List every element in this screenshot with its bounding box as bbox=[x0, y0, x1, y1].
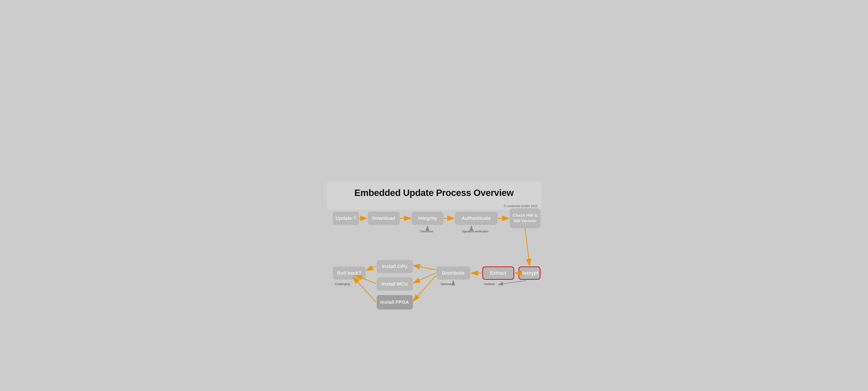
node-authenticate: Authenticate bbox=[455, 212, 498, 225]
node-update: Update ? bbox=[333, 212, 359, 225]
svg-line-11 bbox=[413, 276, 436, 301]
label-challenging: Challenging bbox=[335, 282, 350, 286]
svg-line-9 bbox=[413, 265, 436, 270]
node-download: Download bbox=[368, 212, 400, 225]
node-hwsw: Check HW & SW Version bbox=[510, 208, 540, 228]
node-extract: Extract bbox=[482, 266, 514, 280]
node-rollback: Roll back? bbox=[333, 266, 366, 280]
svg-line-18 bbox=[498, 281, 526, 285]
diagram-container: Embedded Update Process Overview Update … bbox=[327, 181, 541, 210]
label-signature: Signature verification bbox=[462, 230, 489, 233]
label-copyright: © Linutronix GmbH 2022 bbox=[504, 204, 537, 208]
page-title: Embedded Update Process Overview bbox=[336, 188, 533, 198]
svg-line-12 bbox=[366, 266, 376, 270]
svg-line-6 bbox=[525, 228, 529, 266]
label-optional-extract: Optional bbox=[484, 282, 495, 286]
node-distribute: Distribute bbox=[436, 266, 470, 280]
node-decrypt: Decrypt bbox=[519, 266, 540, 280]
svg-line-10 bbox=[413, 273, 436, 283]
node-install-fpga: Install FPGA bbox=[377, 295, 413, 309]
node-install-cpu: Install CPU bbox=[377, 260, 413, 273]
label-optional-distribute: Optional bbox=[441, 282, 451, 286]
node-integrity: Integrity bbox=[412, 212, 443, 225]
node-install-mcu: Install MCU bbox=[377, 278, 413, 291]
label-checksum: Checksum bbox=[420, 230, 433, 233]
svg-line-14 bbox=[353, 277, 376, 302]
